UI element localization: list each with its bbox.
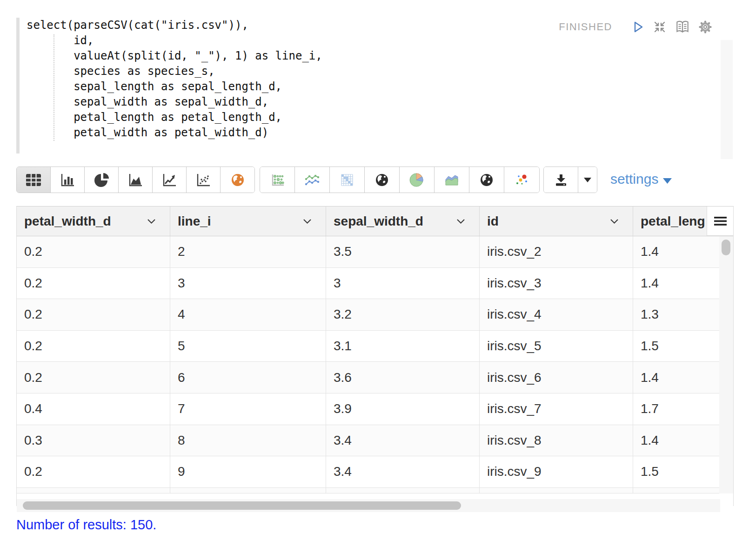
table-row: 0.293.4iris.csv_91.5 bbox=[17, 456, 720, 488]
chart-type-group-1 bbox=[16, 167, 255, 193]
table-cell: 1.5 bbox=[633, 456, 720, 487]
status-badge: FINISHED bbox=[559, 21, 612, 33]
chart-type-group-2 bbox=[260, 167, 540, 193]
settings-label: settings bbox=[610, 171, 658, 187]
table-row: 0.263.6iris.csv_61.4 bbox=[17, 362, 720, 393]
pie-chart-button[interactable] bbox=[85, 167, 119, 193]
table-cell: 7 bbox=[170, 393, 326, 425]
area-chart-color-button[interactable] bbox=[435, 167, 469, 193]
table-row: 0.383.4iris.csv_81.4 bbox=[17, 425, 720, 457]
editor-gutter bbox=[16, 18, 20, 153]
table-cell: 4 bbox=[170, 299, 326, 330]
table-row: 0.473.9iris.csv_71.7 bbox=[17, 393, 720, 425]
table-cell: iris.csv_3 bbox=[480, 268, 633, 299]
book-icon[interactable] bbox=[675, 20, 690, 34]
scatter-color-button[interactable] bbox=[504, 167, 539, 193]
column-header-line_i[interactable]: line_i bbox=[170, 207, 326, 236]
table-cell: 3.4 bbox=[326, 425, 480, 456]
globe-map-2-button[interactable] bbox=[469, 167, 504, 193]
table-cell: 1.3 bbox=[633, 299, 720, 330]
horizontal-scrollbar-thumb[interactable] bbox=[23, 501, 461, 510]
bar-chart-button[interactable] bbox=[51, 167, 85, 193]
code-block[interactable]: select(parseCSV(cat("iris.csv")), id, va… bbox=[27, 18, 322, 140]
table-cell: 1.4 bbox=[633, 362, 720, 393]
table-button[interactable] bbox=[17, 167, 51, 193]
editor-scrollbar-track[interactable] bbox=[721, 40, 733, 159]
area-chart-button[interactable] bbox=[119, 167, 153, 193]
column-header-id[interactable]: id bbox=[480, 207, 633, 236]
table-cell: iris.csv_7 bbox=[480, 393, 633, 425]
table-cell: 0.4 bbox=[17, 393, 170, 425]
table-row: 0.223.5iris.csv_21.4 bbox=[17, 236, 720, 268]
visualization-toolbar: settings bbox=[16, 167, 734, 193]
table-cell: 2 bbox=[170, 236, 326, 267]
play-icon[interactable] bbox=[631, 20, 645, 34]
table-cell: 1.4 bbox=[633, 268, 720, 299]
table-cell: iris.csv_6 bbox=[480, 362, 633, 393]
table-cell: 6 bbox=[170, 362, 326, 393]
table-cell: 0.2 bbox=[17, 236, 170, 267]
table-cell: iris.csv_5 bbox=[480, 331, 633, 362]
bubble-grid-button[interactable] bbox=[260, 167, 295, 193]
column-header-sepal_width_d[interactable]: sepal_width_d bbox=[326, 207, 480, 236]
table-cell: 1.4 bbox=[633, 236, 720, 267]
paragraph-status-row: FINISHED bbox=[559, 20, 713, 34]
download-caret-button[interactable] bbox=[578, 167, 597, 193]
chevron-down-icon bbox=[147, 219, 156, 224]
scatter-plot-button[interactable] bbox=[187, 167, 221, 193]
line-chart-button[interactable] bbox=[153, 167, 187, 193]
results-count-text: Number of results: 150. bbox=[16, 517, 156, 533]
table-cell: 3.4 bbox=[326, 456, 480, 487]
table-cell: iris.csv_4 bbox=[480, 299, 633, 330]
table-cell: 3.1 bbox=[326, 331, 480, 362]
zeppelin-paragraph: select(parseCSV(cat("iris.csv")), id, va… bbox=[0, 0, 749, 560]
table-cell: 1.4 bbox=[633, 425, 720, 456]
vertical-scrollbar-track[interactable] bbox=[719, 236, 733, 493]
table-cell: 3 bbox=[326, 268, 480, 299]
table-cell: 0.3 bbox=[17, 425, 170, 456]
shrink-icon[interactable] bbox=[652, 20, 667, 34]
column-label: sepal_width_d bbox=[334, 214, 423, 229]
table-row-partial bbox=[17, 488, 733, 493]
scrollbar-corner bbox=[719, 493, 733, 507]
table-row: 0.253.1iris.csv_51.5 bbox=[17, 331, 720, 362]
world-map-orange-button[interactable] bbox=[221, 167, 254, 193]
table-body: 0.223.5iris.csv_21.40.233iris.csv_31.40.… bbox=[17, 236, 720, 488]
table-cell: 0.2 bbox=[17, 456, 170, 487]
table-cell: 0.2 bbox=[17, 331, 170, 362]
chevron-down-icon bbox=[610, 219, 619, 224]
columns-menu-button[interactable] bbox=[707, 207, 733, 236]
table-cell: 0.2 bbox=[17, 362, 170, 393]
download-button[interactable] bbox=[544, 167, 578, 193]
table-cell: iris.csv_2 bbox=[480, 236, 633, 267]
horizontal-scrollbar-track[interactable] bbox=[17, 499, 720, 512]
table-cell: 0.2 bbox=[17, 299, 170, 330]
code-editor[interactable]: select(parseCSV(cat("iris.csv")), id, va… bbox=[16, 12, 734, 162]
table-cell: 5 bbox=[170, 331, 326, 362]
multi-line-chart-button[interactable] bbox=[295, 167, 330, 193]
table-cell: 3.9 bbox=[326, 393, 480, 425]
settings-link[interactable]: settings bbox=[610, 171, 672, 187]
download-group bbox=[543, 167, 597, 193]
settings-caret-icon bbox=[663, 171, 672, 187]
column-label: petal_width_d bbox=[24, 214, 111, 229]
column-label: petal_leng bbox=[641, 214, 705, 229]
pie-chart-color-button[interactable] bbox=[400, 167, 435, 193]
column-header-petal_width_d[interactable]: petal_width_d bbox=[17, 207, 170, 236]
chevron-down-icon bbox=[456, 219, 465, 224]
table-row: 0.243.2iris.csv_41.3 bbox=[17, 299, 720, 331]
column-label: id bbox=[487, 214, 499, 229]
vertical-scrollbar-thumb[interactable] bbox=[722, 240, 730, 255]
table-cell: 3.2 bbox=[326, 299, 480, 330]
table-cell: iris.csv_9 bbox=[480, 456, 633, 487]
table-cell: 1.5 bbox=[633, 331, 720, 362]
table-cell: 3.6 bbox=[326, 362, 480, 393]
gear-icon[interactable] bbox=[698, 20, 713, 34]
heatmap-grid-button[interactable] bbox=[330, 167, 365, 193]
table-cell: 3 bbox=[170, 268, 326, 299]
table-cell: 9 bbox=[170, 456, 326, 487]
hamburger-icon bbox=[714, 217, 727, 226]
table-cell: 1.7 bbox=[633, 393, 720, 425]
globe-map-button[interactable] bbox=[365, 167, 400, 193]
table-cell: 0.2 bbox=[17, 268, 170, 299]
